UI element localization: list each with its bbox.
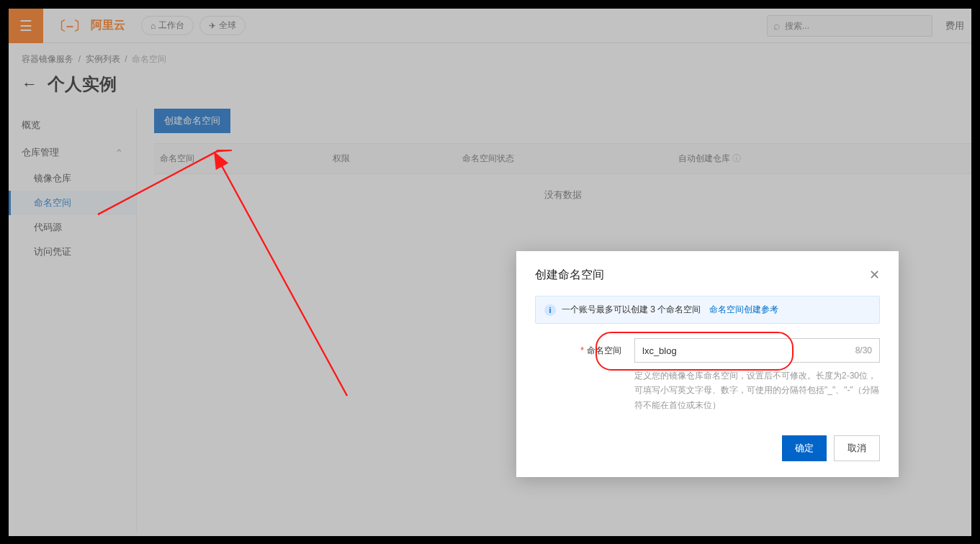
- namespace-input-wrap: 8/30: [634, 338, 880, 363]
- namespace-label: *命名空间: [535, 338, 621, 357]
- namespace-label-text: 命名空间: [587, 345, 621, 355]
- namespace-input[interactable]: [635, 345, 848, 356]
- create-namespace-modal: 创建命名空间 ✕ i 一个账号最多可以创建 3 个命名空间 命名空间创建参考 *…: [516, 251, 899, 477]
- info-banner: i 一个账号最多可以创建 3 个命名空间 命名空间创建参考: [535, 296, 880, 324]
- char-count: 8/30: [848, 345, 879, 355]
- cancel-button[interactable]: 取消: [834, 435, 880, 461]
- info-text: 一个账号最多可以创建 3 个命名空间: [562, 304, 701, 316]
- namespace-hint: 定义您的镜像仓库命名空间，设置后不可修改。长度为2-30位，可填写小写英文字母、…: [634, 368, 880, 412]
- close-icon[interactable]: ✕: [869, 267, 880, 283]
- info-icon: i: [544, 304, 556, 316]
- info-link[interactable]: 命名空间创建参考: [709, 304, 778, 316]
- confirm-button[interactable]: 确定: [782, 435, 827, 461]
- modal-title: 创建命名空间: [535, 268, 604, 283]
